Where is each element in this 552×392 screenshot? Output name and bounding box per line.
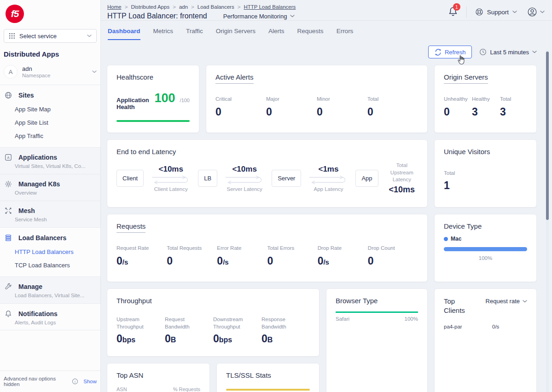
sidebar-group-applications[interactable]: A Applications Virtual Sites, Virtual K8…	[0, 148, 100, 174]
sidebar-item-app-site-list[interactable]: App Site List	[0, 116, 100, 129]
sidebar-group-label: Manage	[18, 283, 42, 290]
tab-errors[interactable]: Errors	[337, 28, 354, 40]
sidebar-item-app-traffic[interactable]: App Traffic	[0, 129, 100, 143]
scrollbar-thumb[interactable]	[546, 52, 549, 220]
breadcrumb-adn[interactable]: adn	[179, 4, 188, 10]
gear-icon	[5, 180, 12, 188]
healthscore-bar	[116, 120, 190, 122]
namespace-selector[interactable]: A adn Namespace	[0, 62, 100, 85]
time-range-dropdown[interactable]: Last 5 minutes	[479, 48, 537, 56]
page-header: Home > Distributed Apps > adn > Load Bal…	[101, 0, 552, 21]
sidebar-group-managed-k8s[interactable]: Managed K8s Overview	[0, 174, 100, 201]
info-icon: i	[72, 378, 78, 385]
throughput-card: Throughput Upstream Throughput0bps Reque…	[107, 288, 320, 357]
notifications-bell-button[interactable]: 1	[448, 6, 460, 18]
latency-arrow-icon	[224, 174, 265, 185]
refresh-icon	[435, 49, 442, 56]
sidebar-group-label: Applications	[18, 154, 57, 161]
sidebar-item-load-balancers[interactable]: Load Balancers	[0, 233, 100, 242]
breadcrumb-separator: >	[191, 4, 194, 10]
stat-label: Total	[367, 96, 418, 102]
globe-icon	[5, 92, 12, 99]
client-value: 0/s	[492, 324, 499, 329]
stat-label: Total	[444, 170, 527, 176]
stat-value: 0	[217, 255, 223, 267]
requests-title[interactable]: Requests	[116, 222, 145, 233]
sidebar-group-manage[interactable]: Manage Load Balancers, Virtual Site...	[0, 277, 100, 304]
top-clients-row: pa4-par 0/s	[444, 324, 527, 329]
tab-metrics[interactable]: Metrics	[153, 28, 174, 40]
tab-traffic[interactable]: Traffic	[186, 28, 203, 40]
browser-type-percent: 100%	[405, 316, 418, 322]
chevron-down-icon	[92, 70, 97, 73]
breadcrumb: Home > Distributed Apps > adn > Load Bal…	[107, 4, 296, 10]
active-alerts-title[interactable]: Active Alerts	[215, 73, 254, 84]
tab-requests[interactable]: Requests	[297, 28, 324, 40]
sidebar-app-title: Distributed Apps	[4, 50, 97, 58]
top-clients-card: Top Clients Request rate pa4-par 0/s	[434, 288, 537, 392]
stat-label: Downstream Throughput	[213, 316, 258, 330]
f5-logo-icon: f5	[6, 5, 24, 23]
support-menu[interactable]: Support	[475, 8, 517, 16]
stat-suffix: /s	[323, 258, 329, 266]
user-menu[interactable]	[527, 7, 545, 17]
origin-servers-title[interactable]: Origin Servers	[444, 73, 488, 84]
stat-suffix: bps	[122, 336, 135, 344]
top-clients-sort-dropdown[interactable]: Request rate	[486, 298, 527, 305]
stat-value: 0	[213, 333, 219, 345]
stat-suffix: bps	[219, 336, 232, 344]
stat-value: 3	[500, 106, 528, 118]
total-latency-label: Total Upstream	[390, 162, 413, 175]
breadcrumb-separator: >	[125, 4, 128, 10]
select-service-dropdown[interactable]: Select service	[4, 29, 97, 43]
throughput-title: Throughput	[116, 297, 310, 305]
sidebar-group-label: Managed K8s	[18, 180, 60, 188]
header-divider	[466, 6, 467, 17]
tls-stats-bar	[226, 389, 310, 391]
requests-card: Requests Request Rate0/s Total Requests0…	[107, 214, 428, 282]
sidebar-item-sites[interactable]: Sites	[0, 91, 100, 100]
sidebar-item-app-site-map[interactable]: App Site Map	[0, 103, 100, 116]
namespace-avatar: A	[4, 65, 17, 79]
stat-suffix: /s	[223, 258, 229, 266]
unique-visitors-title: Unique Visitors	[444, 148, 527, 156]
stat-label: Drop Rate	[318, 245, 368, 251]
breadcrumb-distributed-apps[interactable]: Distributed Apps	[131, 4, 169, 10]
breadcrumb-load-balancers[interactable]: Load Balancers	[198, 4, 234, 10]
stat-label: Healthy	[472, 96, 500, 102]
stat-value: 0	[267, 255, 273, 267]
stat-label: Response Bandwidth	[261, 316, 306, 330]
device-type-percent: 100%	[444, 255, 527, 261]
tab-origin-servers[interactable]: Origin Servers	[216, 28, 256, 40]
latency-node-app: App	[355, 170, 378, 187]
stat-label: Total Requests	[167, 245, 217, 251]
monitoring-selector[interactable]: Performance Monitoring	[223, 13, 295, 20]
advanced-nav-text: Advanced nav options hidden	[4, 376, 70, 387]
page-title: HTTP Load Balancer: frontend	[107, 12, 207, 20]
select-service-label: Select service	[19, 33, 57, 40]
toolbar: Refresh Last 5 minutes	[107, 46, 537, 58]
tab-dashboard[interactable]: Dashboard	[108, 28, 140, 40]
sidebar-item-tcp-load-balancers[interactable]: TCP Load Balancers	[0, 259, 100, 272]
sidebar-group-mesh[interactable]: Mesh Service Mesh	[0, 201, 100, 228]
breadcrumb-http-load-balancers[interactable]: HTTP Load Balancers	[244, 4, 296, 10]
sidebar-group-desc: Load Balancers, Virtual Site...	[0, 291, 100, 298]
app-window: f5 Select service Distributed Apps A adn…	[0, 0, 552, 392]
hop-value: <10ms	[232, 165, 256, 174]
time-range-label: Last 5 minutes	[490, 49, 529, 56]
main-panel: Home > Distributed Apps > adn > Load Bal…	[101, 0, 552, 392]
device-type-title: Device Type	[444, 222, 527, 230]
tab-alerts[interactable]: Alerts	[268, 28, 285, 40]
sidebar-item-http-load-balancers[interactable]: HTTP Load Balancers	[0, 245, 100, 259]
sidebar-group-desc: Service Mesh	[0, 215, 100, 222]
sidebar-group-notifications[interactable]: Notifications Alerts, Audit Logs	[0, 304, 100, 330]
chevron-down-icon	[290, 15, 295, 17]
sidebar-group-sites: Sites App Site Map App Site List App Tra…	[0, 85, 100, 148]
clock-icon	[479, 48, 487, 56]
stat-value: 0	[215, 106, 266, 118]
latency-card: End to end Latency Client <10ms Client L…	[107, 139, 428, 208]
breadcrumb-home[interactable]: Home	[107, 4, 122, 10]
stat-value: 0	[165, 333, 171, 345]
browser-type-title: Browser Type	[336, 297, 418, 305]
show-advanced-nav-link[interactable]: Show	[83, 379, 97, 384]
